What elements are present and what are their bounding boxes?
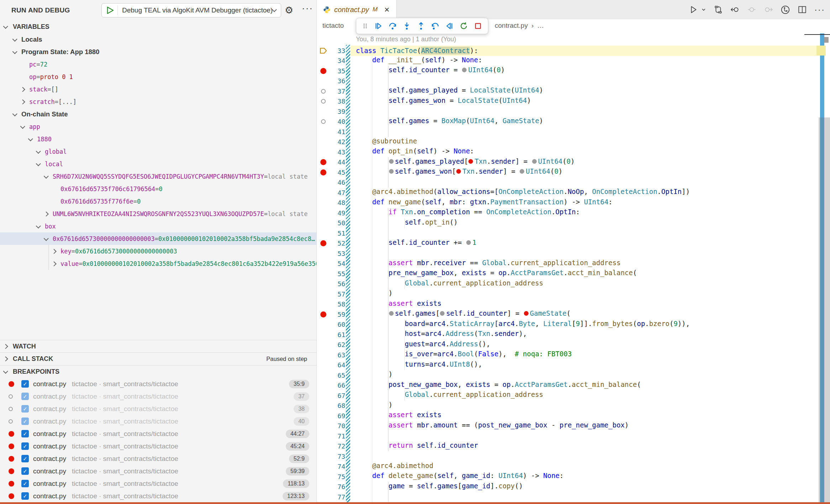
goto-previous-change-icon[interactable] [730,5,740,14]
breakpoint-enabled-checkbox[interactable]: ✓ [21,480,29,487]
variables-tree-row[interactable]: SRH6D7XU2N6WQQ5SSYDQFG5ESO6JWEQIDPGLUGYC… [0,170,316,183]
code-line[interactable]: 62guest=arc4.Address(), [317,340,830,350]
gutter-breakpoint[interactable] [317,169,330,175]
breakpoint-row[interactable]: ✓contract.pytictactoe · smart_contracts/… [0,378,316,390]
code-line[interactable]: 48def new_game(self, mbr: gtxn.PaymentTr… [317,198,830,208]
chevron-right-icon[interactable] [52,261,57,266]
breadcrumb-item-folder[interactable]: tictacto [322,22,344,30]
chevron-right-icon[interactable] [20,99,25,104]
code-line[interactable]: 70assert mbr.amount == (post_new_game_bo… [317,421,830,431]
drag-grip-icon[interactable] [362,22,369,30]
code-line[interactable]: 49if Txn.on_completion == OnCompleteActi… [317,208,830,218]
breakpoint-enabled-checkbox[interactable]: ✓ [21,455,29,462]
code-line[interactable]: 63is_over=arc4.Bool(False), # noqa: FBT0… [317,350,830,360]
code-line[interactable]: 41 [317,127,830,137]
code-line[interactable]: 45self.games_won[Txn.sender] = UInt64(0) [317,167,830,178]
breakpoint-row[interactable]: ✓contract.pytictactoe · smart_contracts/… [0,427,316,440]
code-line[interactable]: 33class TicTacToe(ARC4Contract): [317,46,830,56]
breadcrumb-item-symbol[interactable]: … [537,22,544,30]
start-debug-play-icon[interactable] [102,6,117,15]
gutter-breakpoint[interactable] [317,240,330,246]
more-actions-icon[interactable]: ··· [302,3,313,14]
breakpoint-icon[interactable] [320,311,326,317]
inline-breakpoint-red-icon[interactable] [524,311,529,316]
variables-tree-row[interactable]: global [0,145,316,158]
gutter-breakpoint[interactable] [317,159,330,165]
breakpoints-section-header[interactable]: BREAKPOINTS [0,365,316,378]
code-line[interactable]: 73 [317,451,830,462]
chevron-down-icon[interactable] [28,136,33,141]
restart-icon[interactable] [459,21,468,31]
code-line[interactable]: 52self.id_counter += 1 [317,238,830,249]
reverse-continue-icon[interactable] [445,21,454,31]
breakpoint-row[interactable]: ✓contract.pytictactoe · smart_contracts/… [0,452,316,465]
code-line[interactable]: 37self.games_played = LocalState(UInt64) [317,86,830,96]
breakpoint-icon[interactable] [320,68,326,74]
gear-icon[interactable]: ⚙ [285,4,293,16]
gutter-breakpoint[interactable] [317,89,330,94]
breakpoint-row[interactable]: ✓contract.pytictactoe · smart_contracts/… [0,390,316,403]
breakpoint-icon[interactable] [320,169,326,175]
run-dropdown-chevron-icon[interactable] [701,7,706,12]
gutter-breakpoint[interactable] [317,311,330,317]
breakpoint-enabled-checkbox[interactable]: ✓ [21,467,29,475]
code-line[interactable]: 38self.games_won = LocalState(UInt64) [317,96,830,107]
code-line[interactable]: 46 [317,178,830,188]
inline-breakpoint-gray-icon[interactable] [389,159,394,164]
breakpoint-enabled-checkbox[interactable]: ✓ [21,380,29,388]
variables-section-header[interactable]: VARIABLES [0,21,316,33]
breakpoint-unverified-icon[interactable] [321,119,326,124]
code-line[interactable]: 66post_new_game_box, exists = op.AcctPar… [317,380,830,391]
breakpoint-enabled-checkbox[interactable]: ✓ [21,492,29,500]
variables-tree-row[interactable]: app [0,120,316,133]
variables-tree-row[interactable]: stack = [] [0,83,316,95]
code-line[interactable]: 68) [317,401,830,411]
code-line[interactable]: 60board=arc4.StaticArray[arc4.Byte, Lite… [317,320,830,330]
variables-tree-row[interactable]: On-chain State [0,108,316,120]
compare-changes-icon[interactable] [714,5,723,14]
code-line[interactable]: 76game = self.games[game_id].copy() [317,482,830,492]
inline-breakpoint-gray-icon[interactable] [520,169,524,174]
inline-breakpoint-gray-icon[interactable] [466,240,471,245]
breakpoint-row[interactable]: ✓contract.pytictactoe · smart_contracts/… [0,490,316,502]
code-line[interactable]: 71 [317,431,830,441]
variables-tree-row[interactable]: 1880 [0,133,316,145]
code-area[interactable]: 33class TicTacToe(ARC4Contract):34def __… [317,46,830,502]
chevron-down-icon[interactable] [36,223,41,228]
tab-contract-py[interactable]: contract.py M ✕ [317,0,396,19]
code-line[interactable]: 47@arc4.abimethod(allow_actions=[OnCompl… [317,188,830,198]
code-line[interactable]: 59self.games[self.id_counter] = GameStat… [317,309,830,320]
variables-tree-row[interactable]: Locals [0,33,316,46]
variables-tree-row[interactable]: scratch = [...] [0,95,316,108]
code-line[interactable]: 43def opt_in(self) -> None: [317,147,830,157]
chevron-down-icon[interactable] [44,173,49,178]
variables-tree-row[interactable]: 0x67616d65735f776f6e = 0 [0,195,316,208]
code-line[interactable]: 40self.games = BoxMap(UInt64, GameState) [317,117,830,127]
code-line[interactable]: 69assert exists [317,411,830,421]
chevron-right-icon[interactable] [20,87,25,92]
code-line[interactable]: 44self.games_played[Txn.sender] = UInt64… [317,157,830,168]
code-line[interactable]: 36 [317,76,830,86]
breakpoint-row[interactable]: ✓contract.pytictactoe · smart_contracts/… [0,440,316,452]
code-line[interactable]: 64turns=arc4.UInt8(), [317,360,830,371]
code-line[interactable]: 72return self.id_counter [317,441,830,452]
gutter-breakpoint[interactable] [317,99,330,104]
chevron-right-icon[interactable] [52,249,57,254]
code-line[interactable]: 58assert exists [317,299,830,310]
code-line[interactable]: 77 [317,492,830,502]
breakpoint-enabled-checkbox[interactable]: ✓ [21,430,29,437]
inline-breakpoint-red-icon[interactable] [468,159,473,164]
breakpoint-icon[interactable] [320,240,326,246]
gutter-breakpoint[interactable] [317,119,330,124]
gutter-breakpoint[interactable] [317,68,330,74]
breakpoint-unverified-icon[interactable] [321,89,326,94]
breakpoint-icon[interactable] [320,159,326,165]
chevron-down-icon[interactable] [36,148,41,153]
chevron-right-icon[interactable] [44,211,49,216]
continue-icon[interactable] [374,21,383,31]
variables-tree-row[interactable]: pc = 72 [0,58,316,70]
split-editor-icon[interactable] [798,5,807,14]
code-line[interactable]: 65) [317,370,830,380]
chevron-down-icon[interactable] [44,236,49,241]
call-stack-section-header[interactable]: CALL STACK Paused on step [0,352,316,365]
